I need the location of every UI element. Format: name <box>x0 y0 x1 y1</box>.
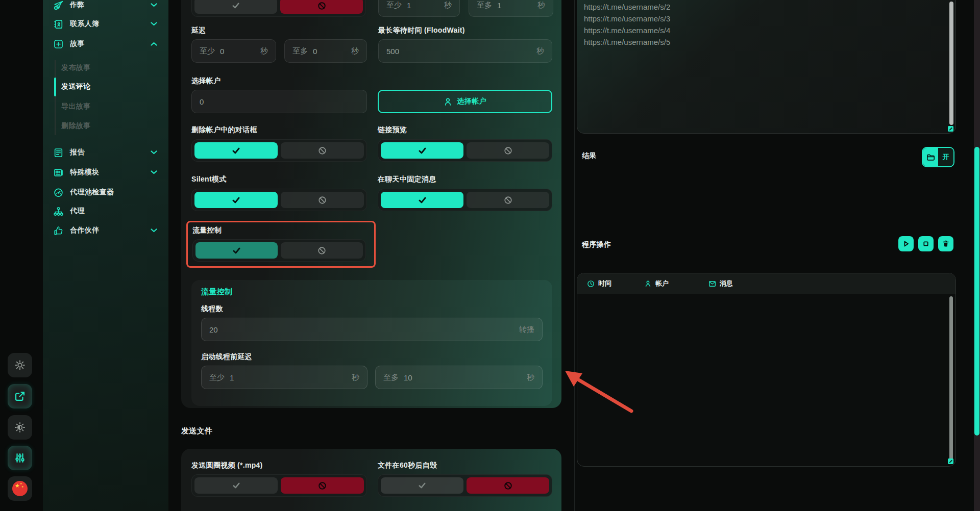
toggle-no-button[interactable] <box>281 142 364 159</box>
delay-label: 延迟 <box>191 26 206 35</box>
clear-button[interactable] <box>938 236 953 251</box>
silent-mode-toggle <box>191 189 367 211</box>
language-button[interactable]: ★★★ <box>8 476 32 501</box>
sidebar-subitem-export-story[interactable]: 导出故事 <box>61 97 91 116</box>
toggle-yes-button[interactable] <box>194 192 278 208</box>
sidebar-item-label: 代理 <box>70 207 85 216</box>
unit: 秒 <box>444 1 452 10</box>
toggle-no-button[interactable] <box>280 0 363 14</box>
delete-dialogs-label: 删除帐户中的对话框 <box>191 125 257 135</box>
toggle-no-button[interactable] <box>467 477 549 494</box>
toggle-no-button[interactable] <box>281 477 364 494</box>
delay-min-input[interactable]: 至少 0 秒 <box>191 39 276 63</box>
contacts-book-icon <box>54 19 63 29</box>
sidebar-item-cheat[interactable]: 作弊 <box>43 0 168 14</box>
thread-delay-label: 启动线程前延迟 <box>201 352 252 362</box>
floodwait-label: 最长等待时间 (FloodWait) <box>378 26 465 35</box>
sidebar-item-proxy[interactable]: 代理 <box>43 202 168 220</box>
sidebar-item-story[interactable]: 故事 <box>43 35 168 53</box>
result-folder-open-button[interactable]: 开 <box>922 147 954 167</box>
thread-delay-max-input[interactable]: 至多 10 秒 <box>375 366 543 389</box>
select-account-label: 选择帐户 <box>191 76 220 86</box>
min-prefix: 至少 <box>386 1 402 10</box>
chevron-down-icon <box>151 228 157 233</box>
plus-square-icon <box>54 39 63 49</box>
delete-dialogs-toggle <box>191 139 367 162</box>
unit: 秒 <box>351 46 359 56</box>
unit: 秒 <box>352 373 359 382</box>
sidebar-item-label: 合作伙伴 <box>70 226 100 235</box>
sidebar-item-partners[interactable]: 合作伙伴 <box>43 221 168 240</box>
table-resize-handle[interactable] <box>948 458 953 464</box>
max-prefix: 至多 <box>477 1 492 10</box>
value: 0 <box>220 47 224 56</box>
threads-input[interactable]: 20 转播 <box>201 318 543 341</box>
link-preview-toggle <box>378 139 552 162</box>
toggle-yes-button[interactable] <box>381 142 463 159</box>
submenu-active-indicator <box>54 78 56 96</box>
sidebar-subitem-delete-story[interactable]: 删除故事 <box>61 117 91 135</box>
toggle-yes-button[interactable] <box>381 477 463 494</box>
filters-button[interactable] <box>8 446 32 470</box>
table-scrollbar-thumb[interactable] <box>949 296 953 461</box>
floodwait-input[interactable]: 500 秒 <box>378 39 552 63</box>
column-label: 消息 <box>720 279 733 288</box>
send-files-section-label: 发送文件 <box>181 426 212 436</box>
toggle-no-button[interactable] <box>467 192 549 208</box>
play-icon <box>902 240 910 248</box>
sidebar-item-proxy-pool-checker[interactable]: 代理池检查器 <box>43 183 168 201</box>
window-scrollbar-thumb[interactable] <box>974 147 979 436</box>
links-textarea[interactable]: https://t.me/username/s/2 https://t.me/u… <box>577 0 956 134</box>
value: 1 <box>230 373 234 382</box>
toggle-no-button[interactable] <box>281 242 363 259</box>
brightness-icon <box>14 422 26 433</box>
links-scrollbar-thumb[interactable] <box>949 2 953 125</box>
unit: 秒 <box>527 373 534 382</box>
toggle-no-button[interactable] <box>467 142 549 159</box>
stop-button[interactable] <box>918 236 934 251</box>
open-button[interactable]: 开 <box>938 148 953 166</box>
min-prefix: 至少 <box>200 46 215 56</box>
chevron-down-icon <box>151 150 157 155</box>
person-icon <box>644 280 652 288</box>
sidebar-item-label: 特殊模块 <box>70 168 100 177</box>
sidebar-subitem-publish-story[interactable]: 发布故事 <box>61 59 91 77</box>
threads-label: 线程数 <box>201 304 223 314</box>
top-max-seconds-input[interactable]: 至多 1 秒 <box>469 0 553 17</box>
select-account-button[interactable]: 选择帐户 <box>378 90 552 113</box>
app-window: ★★★ 作弊 <box>0 0 980 511</box>
thread-delay-min-input[interactable]: 至少 1 秒 <box>201 366 368 389</box>
theme-toggle-button[interactable] <box>8 415 32 440</box>
settings-button[interactable] <box>8 353 32 377</box>
value: 1 <box>407 1 411 10</box>
flow-panel-title: 流量控制 <box>201 287 232 297</box>
links-resize-handle[interactable] <box>948 126 953 132</box>
sidebar-item-report[interactable]: 报告 <box>43 143 168 162</box>
sidebar-subitem-send-comment[interactable]: 发送评论 <box>61 78 91 96</box>
account-count-input[interactable]: 0 <box>191 90 367 113</box>
delay-max-input[interactable]: 至多 0 秒 <box>284 39 367 63</box>
folder-button[interactable] <box>923 148 938 166</box>
toggle-yes-button[interactable] <box>194 0 277 14</box>
table-header-account: 帐户 <box>644 273 669 294</box>
toggle-yes-button[interactable] <box>194 142 278 159</box>
start-button[interactable] <box>898 236 914 251</box>
toggle-yes-button[interactable] <box>381 192 463 208</box>
table-header-time: 时间 <box>587 273 611 294</box>
sidebar-item-contacts[interactable]: 联系人簿 <box>43 15 168 33</box>
url-line: https://t.me/username/s/3 <box>584 14 670 26</box>
open-external-button[interactable] <box>8 384 32 408</box>
toggle-yes-button[interactable] <box>194 477 278 494</box>
toggle-yes-button[interactable] <box>195 242 278 259</box>
result-label: 结果 <box>582 151 597 161</box>
sidebar-item-special-modules[interactable]: 特殊模块 <box>43 163 168 182</box>
flow-control-label: 流量控制 <box>192 226 222 235</box>
report-icon <box>54 148 63 158</box>
sidebar-item-label: 故事 <box>70 39 85 48</box>
max-prefix: 至多 <box>292 46 308 56</box>
toggle-no-button[interactable] <box>281 192 364 208</box>
subitem-label: 发布故事 <box>61 63 91 72</box>
circle-video-toggle <box>191 474 367 497</box>
url-line: https://t.me/username/s/2 <box>584 3 670 14</box>
top-min-seconds-input[interactable]: 至少 1 秒 <box>378 0 460 17</box>
